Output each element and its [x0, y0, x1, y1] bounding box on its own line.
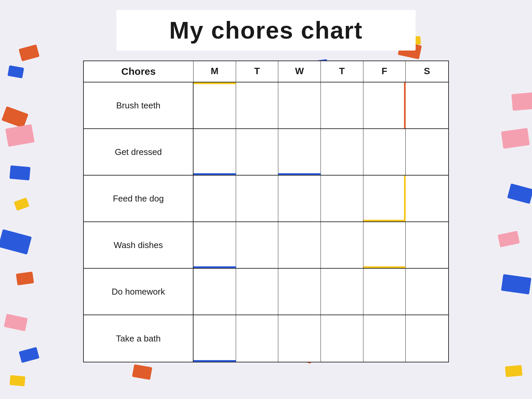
cell-bath-wed[interactable] [278, 315, 321, 362]
cell-dressed-mon[interactable] [194, 129, 236, 175]
cell-feed-sat[interactable] [406, 176, 448, 221]
cell-hw-tue[interactable] [236, 269, 279, 315]
cell-bath-tue[interactable] [236, 315, 279, 362]
cell-bath-thu[interactable] [321, 315, 363, 362]
chore-row-get-dressed: Get dressed [84, 129, 448, 176]
cell-dressed-tue[interactable] [236, 129, 279, 175]
chores-chart: Chores M T W T F S Brush teeth Get dress… [83, 61, 449, 362]
cell-brush-wed[interactable] [278, 82, 321, 128]
cell-feed-thu[interactable] [321, 176, 363, 221]
cell-wash-mon[interactable] [194, 222, 236, 268]
page-title: My Chores Chart [136, 17, 396, 44]
cell-hw-thu[interactable] [321, 269, 363, 315]
chore-label-brush-teeth: Brush teeth [84, 82, 194, 128]
chore-label-wash-dishes: Wash dishes [84, 222, 194, 268]
cell-wash-fri[interactable] [363, 222, 406, 268]
cell-bath-mon[interactable] [194, 315, 236, 362]
cell-brush-mon[interactable] [194, 82, 236, 128]
chore-label-get-dressed: Get dressed [84, 129, 194, 175]
cell-dressed-sat[interactable] [406, 129, 448, 175]
confetti-shape-11 [10, 375, 25, 386]
day-header-wed: W [278, 61, 321, 82]
chore-row-brush-teeth: Brush teeth [84, 82, 448, 129]
day-header-thu: T [321, 61, 363, 82]
chart-header: Chores M T W T F S [84, 61, 448, 82]
cell-wash-wed[interactable] [278, 222, 321, 268]
cell-bath-fri[interactable] [363, 315, 406, 362]
cell-hw-sat[interactable] [406, 269, 448, 315]
day-header-tue: T [236, 61, 279, 82]
cell-wash-thu[interactable] [321, 222, 363, 268]
cell-feed-tue[interactable] [236, 176, 279, 221]
cell-hw-wed[interactable] [278, 269, 321, 315]
day-header-sat: S [406, 61, 448, 82]
cell-hw-fri[interactable] [363, 269, 406, 315]
cell-hw-mon[interactable] [194, 269, 236, 315]
page-wrapper: My Chores Chart Chores M T W T F S Brush… [0, 0, 532, 362]
chore-label-bath: Take a bath [84, 315, 194, 362]
title-box: My Chores Chart [116, 10, 416, 51]
cell-brush-fri[interactable] [363, 82, 406, 128]
chore-label-feed-dog: Feed the dog [84, 176, 194, 221]
cell-feed-fri[interactable] [363, 176, 406, 221]
cell-dressed-thu[interactable] [321, 129, 363, 175]
confetti-shape-12 [132, 364, 152, 380]
cell-dressed-fri[interactable] [363, 129, 406, 175]
cell-brush-thu[interactable] [321, 82, 363, 128]
chores-column-header: Chores [84, 61, 194, 82]
cell-brush-sat[interactable] [406, 82, 448, 128]
cell-dressed-wed[interactable] [278, 129, 321, 175]
cell-feed-mon[interactable] [194, 176, 236, 221]
day-header-fri: F [363, 61, 406, 82]
chore-row-bath: Take a bath [84, 315, 448, 362]
day-header-mon: M [194, 61, 236, 82]
cell-wash-tue[interactable] [236, 222, 279, 268]
chore-row-wash-dishes: Wash dishes [84, 222, 448, 269]
confetti-shape-19 [505, 365, 523, 377]
cell-brush-tue[interactable] [236, 82, 279, 128]
chore-row-feed-dog: Feed the dog [84, 176, 448, 222]
chore-row-homework: Do homework [84, 269, 448, 315]
cell-bath-sat[interactable] [406, 315, 448, 362]
cell-wash-sat[interactable] [406, 222, 448, 268]
chore-label-homework: Do homework [84, 269, 194, 315]
cell-feed-wed[interactable] [278, 176, 321, 221]
